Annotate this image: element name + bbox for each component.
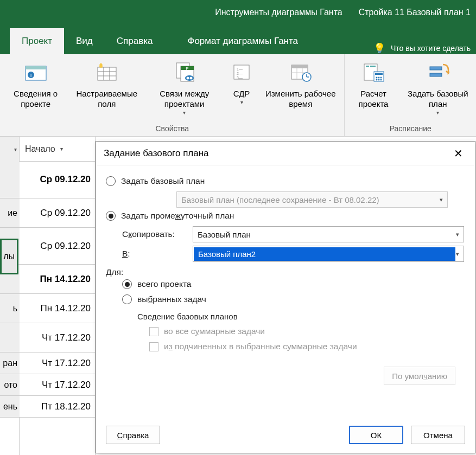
dialog-titlebar: Задание базового плана ✕ bbox=[96, 142, 475, 165]
info-icon: i bbox=[24, 61, 47, 84]
svg-text:3—: 3— bbox=[237, 76, 243, 80]
project-info-button[interactable]: i Сведения о проекте bbox=[1, 57, 70, 123]
svg-point-35 bbox=[378, 77, 380, 79]
to-label: В: bbox=[122, 249, 193, 259]
file-name: Стройка 11 Базовый план 1 bbox=[359, 8, 471, 17]
ribbon-group-properties: i Сведения о проекте Настраиваемые поля … bbox=[0, 54, 345, 136]
dialog-footer: Справка ОК Отмена bbox=[96, 420, 475, 453]
checkbox-all-summary-label: во все суммарные задачи bbox=[164, 326, 265, 336]
tab-format[interactable]: Формат диаграммы Ганта bbox=[175, 28, 310, 54]
row-label: ран bbox=[0, 353, 20, 374]
cancel-button[interactable]: Отмена bbox=[411, 426, 465, 444]
svg-point-37 bbox=[376, 79, 378, 81]
cell[interactable]: Пн 14.12.20 bbox=[20, 265, 95, 294]
cell[interactable]: Чт 17.12.20 bbox=[20, 353, 95, 374]
set-default-button: По умолчанию bbox=[384, 367, 455, 385]
title-bar: Инструменты диаграммы Ганта Стройка 11 Б… bbox=[0, 0, 476, 24]
row-label: ь bbox=[0, 294, 20, 323]
selected-row-header[interactable]: лы bbox=[0, 239, 18, 274]
chevron-down-icon: ▾ bbox=[436, 110, 439, 117]
svg-point-34 bbox=[376, 77, 378, 79]
col-gutter-dropdown[interactable]: ▾ bbox=[0, 137, 20, 162]
calculate-project-label: Расчет проекта bbox=[349, 89, 397, 110]
set-baseline-label: Задать базовый план bbox=[404, 89, 472, 110]
tell-me[interactable]: 💡 Что вы хотите сделать bbox=[373, 42, 476, 54]
col-header-start[interactable]: Начало ▾ bbox=[20, 137, 95, 162]
svg-point-16 bbox=[189, 77, 192, 80]
change-working-time-button[interactable]: Изменить рабочее время bbox=[258, 57, 343, 123]
calculator-icon bbox=[362, 61, 385, 84]
row-label: ие bbox=[0, 198, 20, 228]
cell[interactable]: Чт 17.12.20 bbox=[20, 323, 95, 353]
cell[interactable]: Пт 18.12.20 bbox=[20, 396, 95, 418]
radio-selected-tasks[interactable]: выбранных задач bbox=[122, 294, 465, 304]
tab-help[interactable]: Справка bbox=[105, 28, 165, 54]
cell[interactable]: Ср 09.12.20 bbox=[20, 198, 95, 228]
bulb-icon: 💡 bbox=[373, 42, 385, 54]
radio-icon bbox=[122, 279, 132, 289]
context-title: Инструменты диаграммы Ганта bbox=[215, 8, 342, 17]
close-icon[interactable]: ✕ bbox=[449, 145, 467, 162]
dialog-body: Задать базовый план Базовый план (послед… bbox=[96, 165, 475, 420]
ok-button[interactable]: ОК bbox=[349, 426, 403, 444]
svg-text:P: P bbox=[186, 66, 188, 71]
radio-entire-project-label: всего проекта bbox=[137, 279, 191, 289]
copy-from-combo[interactable]: Базовый план▾ bbox=[193, 226, 464, 242]
copy-to-combo[interactable]: Базовый план2▾ bbox=[193, 246, 464, 262]
copy-label: Скопировать: bbox=[122, 229, 193, 239]
custom-fields-icon bbox=[96, 61, 118, 84]
custom-fields-label: Настраиваемые поля bbox=[73, 89, 140, 110]
custom-fields-button[interactable]: Настраиваемые поля bbox=[70, 57, 143, 123]
svg-rect-40 bbox=[430, 67, 442, 70]
cell[interactable]: Ср 09.12.20 bbox=[20, 162, 95, 198]
svg-rect-4 bbox=[98, 67, 116, 80]
svg-rect-22 bbox=[291, 65, 308, 68]
svg-rect-41 bbox=[430, 73, 442, 76]
row-label bbox=[0, 162, 20, 198]
rollup-heading: Сведение базовых планов bbox=[137, 312, 465, 321]
radio-entire-project[interactable]: всего проекта bbox=[122, 279, 465, 289]
svg-text:1—: 1— bbox=[237, 67, 243, 71]
radio-set-interim[interactable]: Задать промежуточный план bbox=[106, 211, 465, 221]
radio-icon bbox=[122, 294, 132, 304]
help-button[interactable]: Справка bbox=[106, 426, 160, 444]
svg-point-14 bbox=[185, 75, 194, 81]
svg-text:2—: 2— bbox=[237, 72, 243, 75]
svg-rect-33 bbox=[375, 73, 383, 75]
svg-point-38 bbox=[378, 79, 380, 81]
for-label: Для: bbox=[106, 267, 465, 277]
radio-set-baseline[interactable]: Задать базовый план bbox=[106, 176, 465, 186]
wbs-label: СДР bbox=[233, 89, 250, 99]
tell-me-label: Что вы хотите сделать bbox=[391, 44, 471, 53]
svg-text:i: i bbox=[30, 72, 31, 78]
baseline-combo-disabled: Базовый план (последнее сохранение - Вт … bbox=[176, 191, 448, 208]
baseline-icon bbox=[427, 61, 449, 84]
calendar-clock-icon bbox=[289, 61, 312, 84]
radio-set-interim-label: Задать промежуточный план bbox=[121, 211, 234, 221]
dialog-title: Задание базового плана bbox=[104, 148, 209, 159]
cell[interactable]: Пн 14.12.20 bbox=[20, 294, 95, 323]
ribbon-tabs: Проект Вид Справка Формат диаграммы Гант… bbox=[0, 24, 476, 54]
svg-rect-31 bbox=[370, 66, 376, 67]
row-label: ень bbox=[0, 396, 20, 418]
tab-project[interactable]: Проект bbox=[10, 28, 64, 54]
cell[interactable]: Ср 09.12.20 bbox=[20, 228, 95, 265]
project-links-label: Связи между проектами bbox=[147, 89, 222, 110]
svg-point-36 bbox=[380, 77, 382, 79]
set-baseline-dialog: Задание базового плана ✕ Задать базовый … bbox=[96, 141, 475, 453]
svg-point-15 bbox=[186, 77, 189, 80]
checkbox-from-sub: из подчиненных в выбранные суммарные зад… bbox=[149, 342, 465, 351]
svg-rect-1 bbox=[26, 66, 46, 69]
set-baseline-button[interactable]: Задать базовый план ▾ bbox=[401, 57, 475, 123]
ribbon-group-schedule: Расчет проекта Задать базовый план ▾ Рас… bbox=[345, 54, 476, 136]
wbs-button[interactable]: 1—2—3— СДР ▾ bbox=[225, 57, 258, 123]
project-info-label: Сведения о проекте bbox=[4, 89, 67, 110]
project-links-button[interactable]: P Связи между проектами ▾ bbox=[143, 57, 225, 123]
tab-view[interactable]: Вид bbox=[64, 28, 105, 54]
links-icon: P bbox=[173, 61, 196, 84]
calculate-project-button[interactable]: Расчет проекта bbox=[346, 57, 401, 123]
row-label: ото bbox=[0, 374, 20, 396]
row-label bbox=[0, 323, 20, 353]
cell[interactable]: Чт 17.12.20 bbox=[20, 374, 95, 396]
start-column: Начало ▾ Ср 09.12.20 Ср 09.12.20 Ср 09.1… bbox=[20, 137, 96, 455]
